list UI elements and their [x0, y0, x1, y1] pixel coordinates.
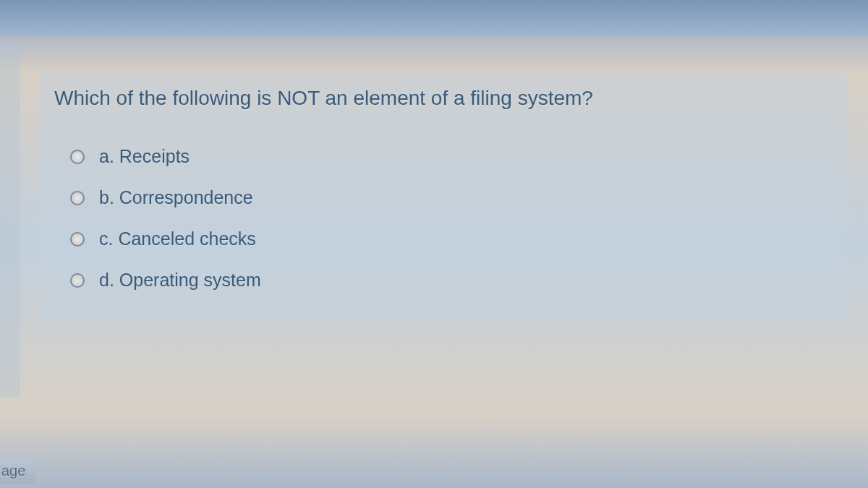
option-row-c[interactable]: c. Canceled checks — [70, 228, 832, 249]
radio-icon[interactable] — [70, 273, 85, 288]
side-marker — [0, 40, 20, 398]
option-row-d[interactable]: d. Operating system — [70, 270, 832, 291]
top-bar — [0, 0, 868, 36]
option-row-a[interactable]: a. Receipts — [70, 146, 832, 167]
question-text: Which of the following is NOT an element… — [54, 87, 832, 110]
option-letter: b. — [99, 187, 114, 207]
option-label[interactable]: b. Correspondence — [99, 187, 253, 208]
option-text: Receipts — [119, 146, 190, 166]
option-letter: a. — [99, 146, 114, 166]
question-container: Which of the following is NOT an element… — [40, 72, 846, 320]
option-label[interactable]: c. Canceled checks — [99, 228, 256, 249]
page-button[interactable]: age — [0, 458, 35, 484]
option-text: Canceled checks — [118, 228, 255, 249]
option-label[interactable]: a. Receipts — [99, 146, 190, 167]
radio-icon[interactable] — [70, 232, 85, 247]
radio-icon[interactable] — [70, 150, 85, 164]
option-text: Correspondence — [119, 187, 253, 207]
option-letter: d. — [99, 270, 114, 290]
option-row-b[interactable]: b. Correspondence — [70, 187, 832, 208]
option-label[interactable]: d. Operating system — [99, 270, 261, 291]
options-list: a. Receipts b. Correspondence c. Cancele… — [54, 146, 832, 291]
option-text: Operating system — [119, 270, 261, 290]
option-letter: c. — [99, 228, 113, 249]
radio-icon[interactable] — [70, 191, 85, 205]
